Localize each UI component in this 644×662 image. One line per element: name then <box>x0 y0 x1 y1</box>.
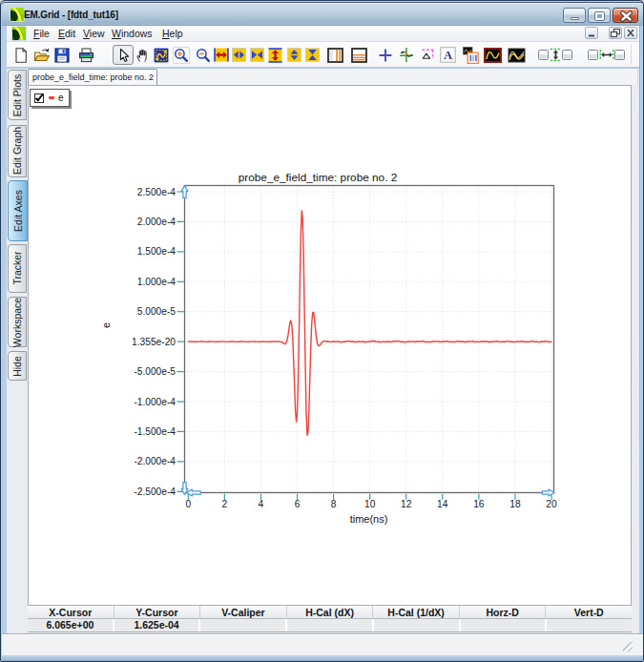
toolbar-sync-x-axes-button[interactable] <box>599 49 614 61</box>
toolbar-expand-x-button[interactable] <box>214 48 229 62</box>
sidebar-tab-workspace[interactable]: Workspace <box>8 297 27 347</box>
toolbar-add-text-button[interactable]: A <box>440 47 456 63</box>
mdi-close-icon <box>625 28 636 38</box>
cursor-value-cell <box>547 619 632 631</box>
cursor-col-header: X-Cursor <box>28 606 114 618</box>
resize-grip[interactable] <box>623 642 633 652</box>
cursor-value-cell <box>287 619 374 631</box>
toolbar-zoom-out-button[interactable] <box>196 48 211 63</box>
sidebar-tab-edit-graph[interactable]: Edit Graph <box>8 125 27 177</box>
expand-x-icon <box>214 48 229 62</box>
minimize-icon <box>571 17 579 20</box>
mdi-restore-button[interactable] <box>609 27 622 39</box>
sidebar-tab-tracker[interactable]: Tracker <box>8 244 27 294</box>
toolbar-save-button[interactable] <box>54 48 70 63</box>
compress-x-icon <box>250 48 264 62</box>
sync-y-box-left-icon <box>538 50 549 60</box>
save-icon <box>54 48 70 63</box>
cursor-readout-table: X-CursorY-CursorV-CaliperH-Cal (dX)H-Cal… <box>28 605 632 632</box>
toolbar-plot-style-plain-button[interactable] <box>508 48 526 63</box>
toolbar-zoom-in-button[interactable] <box>173 47 190 64</box>
toolbar-select-cursor-button[interactable] <box>113 45 134 65</box>
stretch-x-icon <box>232 48 246 62</box>
sync-y-axes-icon <box>550 48 562 62</box>
client-area: Edit PlotsEdit GraphEdit AxesTrackerWork… <box>7 69 639 633</box>
zoom-out-icon <box>196 48 211 63</box>
app-logo-icon <box>10 7 25 22</box>
zoom-in-icon <box>174 48 189 63</box>
toolbar-fit-to-window-button[interactable] <box>154 48 169 63</box>
cursor-table-value-row: 6.065e+001.625e-04 <box>28 619 632 632</box>
app-window: EM.Grid - [fdtd_tut16] FileEditViewWindo… <box>0 0 644 662</box>
toolbar-expand-y-button[interactable] <box>268 48 282 63</box>
compress-y-icon <box>305 48 320 62</box>
sidebar-tab-edit-plots[interactable]: Edit Plots <box>8 70 27 120</box>
toolbar-vertical-caliper-button[interactable] <box>327 48 343 63</box>
sync-x-axes-icon <box>599 49 614 61</box>
toolbar-open-button[interactable] <box>33 48 51 63</box>
title-bar: EM.Grid - [fdtd_tut16] <box>2 2 644 26</box>
toolbar-new-button[interactable] <box>14 48 28 63</box>
toolbar-copy-plot-data-button[interactable] <box>463 47 479 64</box>
menu-file[interactable]: File <box>33 26 50 42</box>
select-cursor-icon <box>116 48 130 63</box>
mdi-close-button[interactable] <box>624 27 637 39</box>
horizontal-caliper-icon <box>351 48 367 63</box>
sync-x-box-left-icon <box>588 50 598 60</box>
cursor-col-header: H-Cal (dX) <box>287 606 374 618</box>
toolbar-plot-style-boxed-button[interactable] <box>484 48 502 63</box>
legend-checkbox[interactable] <box>34 93 44 103</box>
menu-view[interactable]: View <box>83 26 105 42</box>
menu-windows[interactable]: Windows <box>112 26 153 42</box>
plot-style-plain-icon <box>508 48 526 63</box>
window-minimize-button[interactable] <box>563 8 586 23</box>
add-text-icon: A <box>440 47 456 63</box>
legend-box: e <box>30 89 70 107</box>
menu-help[interactable]: Help <box>162 26 183 42</box>
sidebar-tab-edit-axes[interactable]: Edit Axes <box>8 180 28 241</box>
toolbar-crosshair-cursor-button[interactable] <box>378 48 393 63</box>
cursor-col-header: H-Cal (1/dX) <box>373 606 460 618</box>
stretch-y-icon <box>287 48 301 62</box>
cursor-col-header: V-Caliper <box>200 606 287 618</box>
toolbar-stretch-x-button[interactable] <box>232 48 246 62</box>
toolbar-tracker-button[interactable] <box>399 47 414 63</box>
sidebar-tab-hide[interactable]: Hide <box>8 351 27 381</box>
toolbar-slope-caliper-button[interactable] <box>420 48 435 62</box>
toolbar-sync-x-box-right-button[interactable] <box>614 50 625 60</box>
sidebar-tab-label: Hide <box>11 356 23 377</box>
plot-style-boxed-icon <box>484 48 502 63</box>
open-icon <box>33 48 51 63</box>
fit-to-window-icon <box>154 48 169 63</box>
vertical-caliper-icon <box>327 48 343 63</box>
document-tab[interactable]: probe_e_field_time: probe no. 2 <box>28 69 157 85</box>
tracker-icon <box>399 47 414 63</box>
new-icon <box>14 48 28 63</box>
copy-plot-data-icon <box>463 47 479 64</box>
legend-line-sample <box>49 96 55 99</box>
toolbar-pan-button[interactable] <box>135 48 150 63</box>
window-maximize-button[interactable] <box>588 8 611 23</box>
sidebar-tab-label: Edit Axes <box>12 190 24 232</box>
cursor-value-cell <box>374 619 461 631</box>
toolbar-sync-y-box-right-button[interactable] <box>562 50 572 60</box>
toolbar-compress-y-button[interactable] <box>305 48 320 62</box>
mdi-minimize-button[interactable] <box>585 27 598 39</box>
slope-caliper-icon <box>420 48 435 62</box>
toolbar-compress-x-button[interactable] <box>250 48 264 62</box>
menu-edit[interactable]: Edit <box>58 26 75 42</box>
cursor-value-cell: 6.065e+00 <box>28 619 114 631</box>
toolbar-sync-y-axes-button[interactable] <box>550 48 562 62</box>
toolbar-print-button[interactable] <box>78 48 94 63</box>
sidebar-tab-label: Edit Plots <box>11 73 23 115</box>
toolbar-stretch-y-button[interactable] <box>287 48 301 62</box>
expand-y-icon <box>268 48 282 63</box>
pan-icon <box>135 48 150 63</box>
toolbar-sync-x-box-left-button[interactable] <box>588 50 598 60</box>
maximize-icon <box>595 12 604 20</box>
toolbar-horizontal-caliper-button[interactable] <box>351 48 367 63</box>
toolbar-sync-y-box-left-button[interactable] <box>538 50 549 60</box>
cursor-value-cell <box>461 619 548 631</box>
window-close-button[interactable] <box>613 8 638 23</box>
document-logo-icon <box>11 26 27 41</box>
